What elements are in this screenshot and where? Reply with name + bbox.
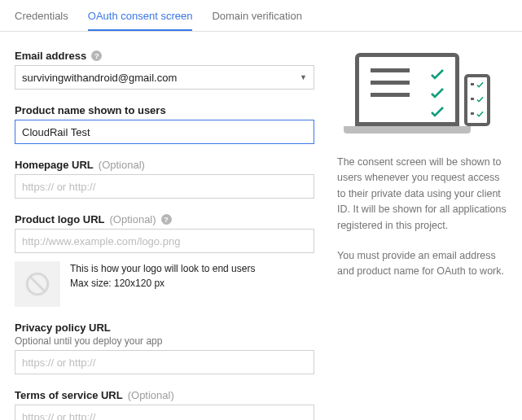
tab-domain-verification[interactable]: Domain verification <box>212 0 302 31</box>
phone-icon <box>464 74 490 126</box>
check-icon <box>476 78 484 90</box>
consent-description-2: You must provide an email address and pr… <box>337 248 507 280</box>
email-select[interactable]: survivingwithandroid@gmail.com ▼ <box>15 65 314 90</box>
email-label: Email address <box>15 50 86 62</box>
privacy-sublabel: Optional until you deploy your app <box>15 335 314 347</box>
help-icon[interactable]: ? <box>161 214 172 225</box>
privacy-label: Privacy policy URL <box>15 322 111 334</box>
tab-bar: Credentials OAuth consent screen Domain … <box>0 0 522 32</box>
help-icon[interactable]: ? <box>91 50 102 61</box>
check-icon <box>431 68 444 82</box>
logo-url-optional: (Optional) <box>110 213 156 225</box>
homepage-label: Homepage URL <box>15 159 94 171</box>
no-entry-icon <box>24 270 51 298</box>
privacy-input[interactable] <box>15 350 314 374</box>
logo-preview <box>15 261 60 307</box>
tab-credentials[interactable]: Credentials <box>15 0 68 31</box>
email-value: survivingwithandroid@gmail.com <box>22 72 177 84</box>
logo-hint-1: This is how your logo will look to end u… <box>70 261 255 276</box>
svg-line-1 <box>31 278 45 291</box>
laptop-icon <box>355 53 459 133</box>
check-icon <box>476 93 484 105</box>
consent-description-1: The consent screen will be shown to user… <box>337 155 507 234</box>
logo-url-input[interactable] <box>15 229 314 253</box>
check-icon <box>431 106 444 120</box>
logo-hint-2: Max size: 120x120 px <box>70 276 255 291</box>
consent-illustration <box>337 53 507 133</box>
product-name-label: Product name shown to users <box>15 104 166 116</box>
homepage-optional: (Optional) <box>99 159 145 171</box>
tos-optional: (Optional) <box>128 389 174 401</box>
tos-input[interactable] <box>15 405 314 420</box>
check-icon <box>431 87 444 101</box>
chevron-down-icon: ▼ <box>300 73 307 81</box>
tab-oauth-consent[interactable]: OAuth consent screen <box>88 0 193 31</box>
check-icon <box>476 107 484 120</box>
logo-url-label: Product logo URL <box>15 213 105 225</box>
homepage-input[interactable] <box>15 174 314 199</box>
product-name-input[interactable] <box>15 120 314 144</box>
tos-label: Terms of service URL <box>15 389 123 401</box>
